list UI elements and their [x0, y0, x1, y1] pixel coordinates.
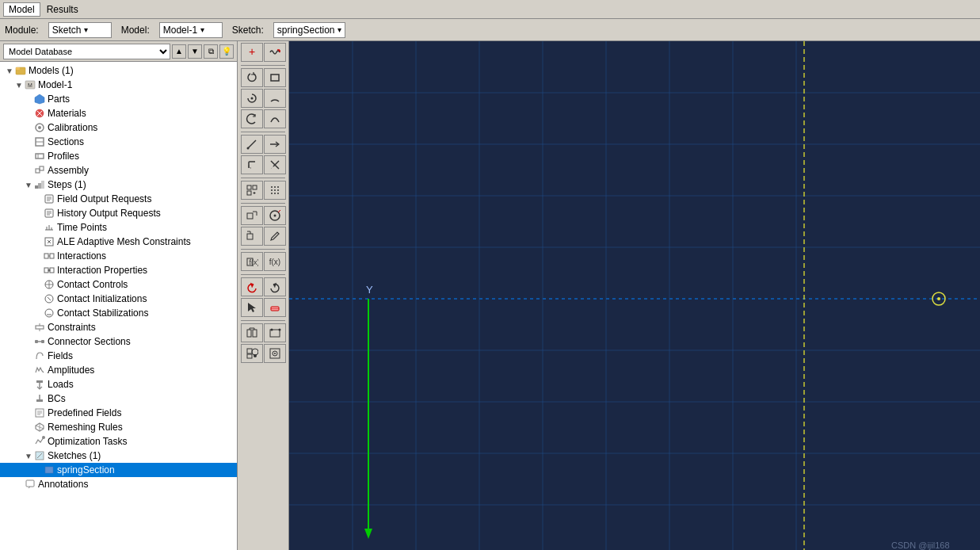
tree-materials[interactable]: Materials: [0, 106, 237, 120]
module-select[interactable]: Sketch ▾: [48, 22, 112, 38]
tree-field-output[interactable]: Field Output Requests: [0, 192, 237, 206]
tool-rect-split-btn[interactable]: [241, 323, 263, 342]
tree-sections[interactable]: Sections: [0, 135, 237, 149]
profiles-icon: [33, 150, 46, 162]
tree-optimization[interactable]: Optimization Tasks: [0, 434, 237, 449]
tree-down-btn[interactable]: ▼: [188, 44, 202, 59]
tool-arrow-right-btn[interactable]: [264, 135, 286, 154]
tool-row-12: [241, 298, 286, 317]
tree-info-btn[interactable]: 💡: [219, 44, 234, 59]
tree-steps[interactable]: ▼ Steps (1): [0, 178, 237, 192]
history-output-label: History Output Requests: [57, 208, 161, 219]
tool-line-btn[interactable]: [241, 135, 263, 154]
tree-contact-controls[interactable]: Contact Controls: [0, 277, 237, 292]
tree-interactions[interactable]: Interactions: [0, 249, 237, 263]
tool-wave-btn[interactable]: [264, 43, 286, 62]
tree-constraints[interactable]: Constraints: [0, 320, 237, 334]
tool-undo-btn[interactable]: [241, 277, 263, 296]
model-select[interactable]: Model-1 ▾: [159, 22, 223, 38]
tool-rotate-cw-btn[interactable]: [241, 68, 263, 87]
sketches-toggle[interactable]: ▼: [24, 452, 33, 460]
tool-undo-arc-btn[interactable]: [241, 109, 263, 128]
svg-point-89: [277, 193, 279, 194]
tool-add-btn[interactable]: +: [241, 43, 263, 62]
svg-line-99: [277, 232, 279, 234]
assembly-icon: [33, 164, 46, 177]
model1-toggle[interactable]: ▼: [14, 81, 24, 90]
tree-bcs[interactable]: BCs: [0, 391, 237, 406]
loads-icon: [33, 378, 46, 391]
svg-text:+: +: [248, 46, 254, 58]
tool-rect-btn[interactable]: [264, 68, 286, 87]
tree-time-points[interactable]: Time Points: [0, 220, 237, 235]
tool-grid-pt-btn[interactable]: [241, 181, 263, 200]
database-select[interactable]: Model Database: [3, 44, 170, 59]
tree-profiles[interactable]: Profiles: [0, 149, 237, 163]
spring-section-label: springSection: [57, 464, 115, 476]
tree-ale[interactable]: ALE Adaptive Mesh Constraints: [0, 235, 237, 249]
tree-parts[interactable]: Parts: [0, 92, 237, 106]
tool-pencil-btn[interactable]: [264, 227, 286, 246]
menu-results[interactable]: Results: [42, 3, 83, 16]
constraints-label: Constraints: [48, 322, 96, 333]
tool-fx-btn[interactable]: f(x): [264, 252, 286, 271]
tool-circle-dot-btn[interactable]: [264, 206, 286, 225]
menu-model[interactable]: Model: [3, 2, 40, 17]
tree-copy-btn[interactable]: ⧉: [204, 44, 218, 59]
tool-arc-btn[interactable]: [264, 89, 286, 108]
tree-fields[interactable]: Fields: [0, 349, 237, 363]
svg-point-84: [271, 189, 273, 191]
interactions-label: Interactions: [57, 250, 106, 262]
tree-view[interactable]: ▼ Models (1) ▼ M Model-1: [0, 62, 237, 550]
tree-assembly[interactable]: Assembly: [0, 163, 237, 178]
tree-spring-section[interactable]: springSection: [0, 463, 237, 477]
steps-toggle[interactable]: ▼: [24, 181, 33, 189]
tree-connector-sections[interactable]: Connector Sections: [0, 334, 237, 349]
tool-trim-btn[interactable]: [264, 155, 286, 174]
tree-interaction-props[interactable]: Interaction Properties: [0, 263, 237, 277]
svg-text:f(x): f(x): [269, 258, 280, 266]
svg-rect-42: [36, 326, 44, 329]
canvas-area[interactable]: Y CSDN @ijil168: [289, 41, 980, 550]
remeshing-label: Remeshing Rules: [48, 422, 123, 433]
tree-sketches[interactable]: ▼ Sketches (1): [0, 449, 237, 463]
tool-rect-in-btn[interactable]: [241, 227, 263, 246]
tree-loads[interactable]: Loads: [0, 377, 237, 391]
svg-rect-14: [35, 185, 38, 189]
tree-history-output[interactable]: History Output Requests: [0, 206, 237, 220]
svg-point-120: [274, 353, 276, 354]
svg-rect-76: [247, 185, 251, 189]
tree-amplitudes[interactable]: Amplitudes: [0, 363, 237, 377]
tool-fillet-btn[interactable]: [241, 155, 263, 174]
tool-dot-array-btn[interactable]: [264, 181, 286, 200]
tool-rect-merge-btn[interactable]: [264, 323, 286, 342]
svg-rect-34: [50, 268, 54, 273]
tool-view-rotate-btn[interactable]: [241, 89, 263, 108]
tool-grid-small-btn[interactable]: [241, 344, 263, 363]
tree-remeshing[interactable]: Remeshing Rules: [0, 420, 237, 434]
tree-model1[interactable]: ▼ M Model-1: [0, 78, 237, 92]
tool-row-14: [241, 344, 286, 363]
svg-rect-106: [247, 330, 251, 337]
svg-marker-4: [35, 94, 44, 104]
tree-up-btn[interactable]: ▲: [172, 44, 186, 59]
tool-cursor-btn[interactable]: [241, 298, 263, 317]
svg-point-116: [252, 349, 258, 355]
tree-annotations[interactable]: Annotations: [0, 477, 237, 491]
tree-models[interactable]: ▼ Models (1): [0, 63, 237, 78]
tool-grid-large-btn[interactable]: [264, 344, 286, 363]
sketch-select[interactable]: springSection ▾: [273, 22, 346, 38]
tree-calibrations[interactable]: Calibrations: [0, 120, 237, 135]
tool-arc2-btn[interactable]: [264, 109, 286, 128]
models-toggle[interactable]: ▼: [5, 67, 14, 75]
contact-controls-icon: [43, 278, 55, 291]
tool-rect2-btn[interactable]: f(x): [241, 252, 263, 271]
tool-redo-btn[interactable]: [264, 277, 286, 296]
interactions-icon: [43, 250, 55, 262]
tree-predef-fields[interactable]: Predefined Fields: [0, 406, 237, 420]
tree-contact-init[interactable]: Contact Initializations: [0, 292, 237, 306]
tool-rect-out-btn[interactable]: [241, 206, 263, 225]
tool-eraser-btn[interactable]: [264, 298, 286, 317]
tree-contact-stab[interactable]: Contact Stabilizations: [0, 306, 237, 320]
module-dropdown-arrow: ▾: [84, 25, 88, 34]
